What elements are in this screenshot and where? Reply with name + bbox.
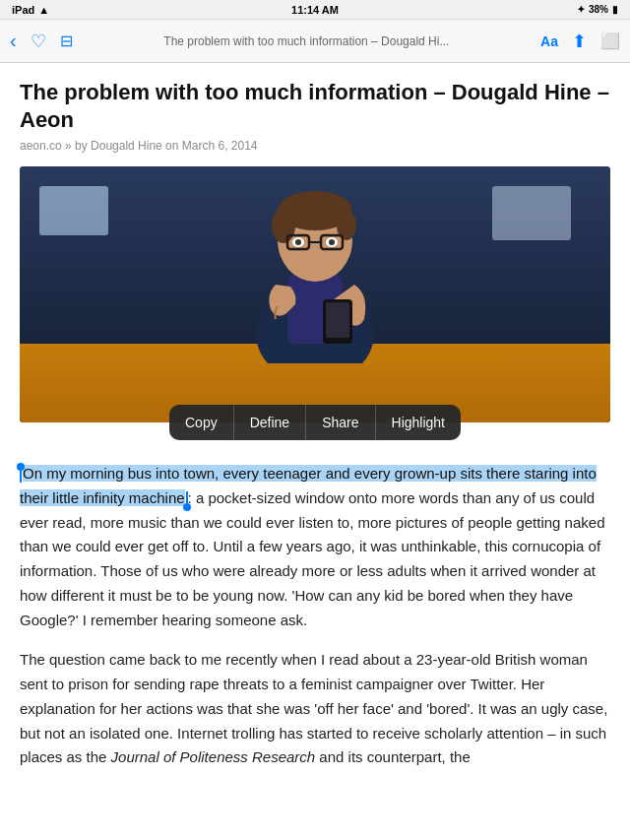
reader-button[interactable]: ⊟	[60, 32, 73, 50]
status-time: 11:14 AM	[291, 4, 339, 16]
article-paragraph-1: On my morning bus into town, every teena…	[20, 462, 610, 632]
paragraph2-end: and its counterpart, the	[315, 748, 471, 765]
journal-italic: Journal of Politeness Research	[111, 748, 316, 765]
article-content: The problem with too much information – …	[0, 63, 630, 802]
font-size-button[interactable]: Aa	[540, 33, 558, 49]
paragraph1-continuation: : a pocket-sized window onto more words …	[20, 489, 605, 628]
nav-title: The problem with too much information – …	[73, 34, 540, 48]
svg-point-12	[295, 239, 301, 245]
copy-button[interactable]: Copy	[169, 405, 234, 440]
tab-button[interactable]: ⬜	[600, 32, 620, 50]
subway-window-left	[39, 186, 108, 235]
hero-image-wrapper: Copy Define Share Highlight	[20, 166, 610, 422]
wifi-icon: ▲	[38, 4, 49, 16]
hero-image	[20, 166, 610, 422]
context-menu: Copy Define Share Highlight	[169, 405, 461, 440]
battery-icon: ▮	[612, 4, 618, 15]
svg-point-5	[272, 208, 295, 243]
carrier-label: iPad	[12, 4, 34, 16]
subway-window-right	[492, 186, 571, 240]
status-left: iPad ▲	[12, 4, 49, 16]
selection-handle-left	[20, 467, 22, 483]
svg-point-13	[329, 239, 335, 245]
favorite-button[interactable]: ♡	[31, 31, 46, 52]
status-right: ✦ 38% ▮	[577, 4, 618, 15]
article-meta: aeon.co » by Dougald Hine on March 6, 20…	[20, 139, 610, 153]
article-paragraph-2: The question came back to me recently wh…	[20, 648, 610, 770]
article-body: On my morning bus into town, every teena…	[20, 462, 610, 770]
nav-bar: ‹ ♡ ⊟ The problem with too much informat…	[0, 20, 630, 63]
status-bar: iPad ▲ 11:14 AM ✦ 38% ▮	[0, 0, 630, 20]
article-title: The problem with too much information – …	[20, 79, 610, 133]
selection-handle-right	[186, 491, 188, 507]
share-button[interactable]: ⬆	[572, 31, 587, 52]
svg-rect-15	[326, 302, 349, 338]
highlight-button[interactable]: Highlight	[376, 405, 461, 440]
define-button[interactable]: Define	[234, 405, 306, 440]
person-svg	[217, 166, 413, 363]
back-button[interactable]: ‹	[10, 30, 17, 52]
bluetooth-icon: ✦	[577, 4, 585, 15]
nav-right: Aa ⬆ ⬜	[540, 31, 620, 52]
nav-left: ‹ ♡ ⊟	[10, 30, 73, 52]
share-context-button[interactable]: Share	[306, 405, 375, 440]
battery-label: 38%	[589, 4, 608, 15]
